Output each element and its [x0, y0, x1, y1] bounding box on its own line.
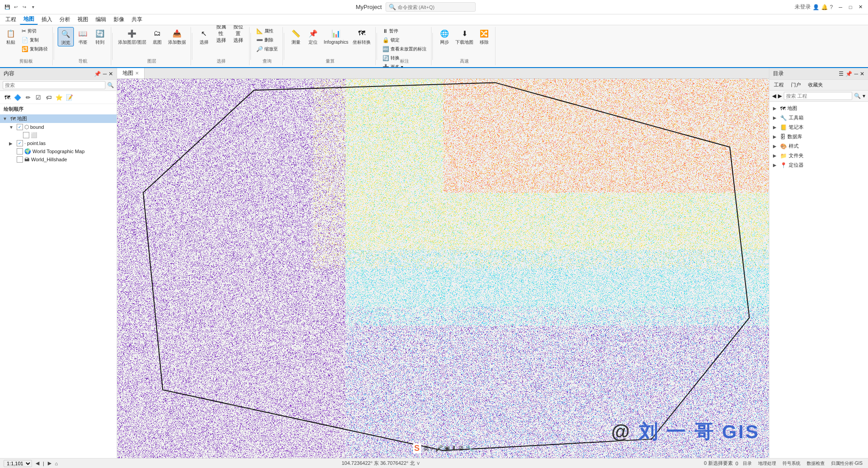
close-button[interactable]: ✕	[856, 3, 864, 11]
expand-cat-notebook[interactable]: ▶	[773, 125, 778, 130]
catalog-search-input[interactable]	[784, 92, 852, 100]
menu-item-analysis[interactable]: 分析	[56, 15, 74, 24]
layer-icon-2[interactable]: 🔷	[13, 93, 22, 102]
login-button[interactable]: 未登录 👤 🔔 ?	[795, 3, 833, 11]
expand-bound-icon[interactable]: ▼	[9, 125, 15, 130]
tool-icon-3[interactable]: 🎤	[435, 445, 443, 453]
menu-item-map[interactable]: 地图	[20, 14, 38, 25]
layer-item-map[interactable]: ▼ 🗺 地图	[0, 114, 117, 123]
layer-icon-3[interactable]: ✏	[23, 93, 32, 102]
layer-search-icon[interactable]: 🔍	[107, 82, 114, 88]
layer-icon-5[interactable]: 🏷	[44, 93, 53, 102]
expand-cat-folder[interactable]: ▶	[773, 153, 778, 158]
bound-symbol-checkbox[interactable]	[23, 132, 29, 138]
layer-icon-7[interactable]: 📝	[65, 93, 74, 102]
basemap-button[interactable]: 🗂 底图	[149, 27, 165, 45]
expand-cat-toolbox[interactable]: ▶	[773, 115, 778, 120]
coordinates-display[interactable]: 104.7236422° 东 36.7076422° 北 ∨	[341, 460, 420, 467]
catalog-item-toolbox[interactable]: ▶ 🔧 工具箱	[769, 113, 868, 123]
expand-cat-style[interactable]: ▶	[773, 144, 778, 149]
tool-icon-4[interactable]: ▣	[444, 445, 450, 453]
tool-icon-7[interactable]: 🔧	[466, 445, 473, 453]
contents-minimize-icon[interactable]: ─	[103, 71, 107, 77]
locate-button[interactable]: 📌 定位	[305, 27, 321, 45]
bookmark-button[interactable]: 📖 书签	[75, 27, 91, 45]
catalog-item-database[interactable]: ▶ 🗄 数据库	[769, 132, 868, 141]
nav-home-icon[interactable]: ⌂	[55, 461, 58, 466]
layer-item-pointlas[interactable]: ▶ ✓ · point.las	[0, 139, 117, 147]
layer-item-bound[interactable]: ▼ ✓ ⬡ bound	[0, 123, 117, 131]
select-button[interactable]: ↖ 选择	[196, 27, 212, 45]
minimize-button[interactable]: ─	[836, 3, 845, 11]
pin-icon[interactable]: 📌	[94, 71, 101, 77]
expand-cat-database[interactable]: ▶	[773, 134, 778, 139]
catalog-item-locator[interactable]: ▶ 📍 定位器	[769, 160, 868, 170]
browse-button[interactable]: 🔍 浏览	[58, 27, 74, 46]
cut-button[interactable]: ✂剪切	[20, 27, 50, 35]
menu-item-insert[interactable]: 插入	[38, 15, 56, 24]
catalog-tab-status[interactable]: 目录	[741, 460, 754, 467]
zoom-to-button[interactable]: 🔎缩放至	[254, 45, 280, 53]
bound-checkbox[interactable]: ✓	[17, 124, 23, 130]
layer-item-bound-symbol[interactable]: ⬜	[0, 131, 117, 139]
nav-forward-icon[interactable]: ▶	[48, 460, 51, 466]
redo-icon[interactable]: ↪	[21, 4, 28, 11]
copy-path-button[interactable]: 🔁复制路径	[20, 45, 50, 53]
layer-icon-4[interactable]: ☑	[34, 93, 43, 102]
pause-button[interactable]: ⏸暂停	[381, 27, 428, 35]
menu-item-edit[interactable]: 编辑	[92, 15, 110, 24]
select-by-loc-button[interactable]: 按位置选择	[230, 27, 246, 40]
select-by-attr-button[interactable]: 按属性选择	[213, 27, 229, 40]
menu-item-view[interactable]: 视图	[74, 15, 92, 24]
copy-button[interactable]: 📄复制	[20, 36, 50, 44]
catalog-item-folder[interactable]: ▶ 📁 文件夹	[769, 151, 868, 160]
layer-icon-1[interactable]: 🗺	[3, 93, 12, 102]
remove-button[interactable]: 🔀 移除	[476, 27, 492, 45]
infographics-button[interactable]: 📊 Infographics	[322, 27, 350, 45]
catalog-minimize-icon[interactable]: ─	[854, 71, 858, 77]
tool-icon-5[interactable]: ⬇	[451, 445, 457, 453]
menu-item-image[interactable]: 影像	[110, 15, 128, 24]
add-layer-button[interactable]: ➕ 添加图层/图层	[116, 27, 148, 45]
menu-item-project[interactable]: 工程	[2, 15, 20, 24]
tool-icon-2[interactable]: ♪	[431, 445, 434, 453]
symbology-tab-status[interactable]: 符号系统	[781, 460, 802, 467]
attribution-analysis-tab-status[interactable]: 归属性分析·GIS	[829, 460, 864, 467]
catalog-item-map[interactable]: ▶ 🗺 地图	[769, 104, 868, 113]
catalog-item-style[interactable]: ▶ 🎨 样式	[769, 141, 868, 151]
measure-button[interactable]: 📏 测量	[288, 27, 304, 45]
expand-cat-map[interactable]: ▶	[773, 106, 778, 111]
expand-cat-locator[interactable]: ▶	[773, 163, 778, 168]
lock-button[interactable]: 🔒锁定	[381, 36, 428, 44]
nav-back-icon[interactable]: ◀	[36, 460, 39, 466]
map-tab-item[interactable]: 地图 ✕	[117, 68, 145, 78]
catalog-search-icon[interactable]: 🔍	[854, 93, 861, 99]
expand-map-icon[interactable]: ▼	[3, 116, 9, 121]
goto-button[interactable]: 🔄 转到	[92, 27, 108, 45]
tool-icon-6[interactable]: 🖥	[458, 445, 464, 453]
paste-button[interactable]: 📋 粘贴	[3, 27, 19, 45]
maximize-button[interactable]: □	[846, 3, 854, 11]
layer-icon-6[interactable]: ⭐	[55, 93, 64, 102]
sync-button[interactable]: 🌐 网步	[436, 27, 453, 45]
world-topo-checkbox[interactable]	[17, 148, 23, 154]
data-check-tab-status[interactable]: 数据检查	[805, 460, 827, 467]
catalog-item-notebook[interactable]: ▶ 📒 笔记本	[769, 123, 868, 132]
undo-icon[interactable]: ↩	[12, 4, 19, 11]
scale-selector[interactable]: 1:1,101	[4, 460, 32, 467]
add-data-button[interactable]: 📥 添加数据	[166, 27, 188, 45]
expand-pointlas-icon[interactable]: ▶	[9, 141, 15, 146]
catalog-filter-icon[interactable]: ▾	[863, 93, 865, 99]
coord-convert-button[interactable]: 🗺 坐标转换	[351, 27, 373, 45]
tool-icon-1[interactable]: 英	[423, 445, 429, 453]
map-canvas[interactable]: @ 刘 一 哥 GIS S 英 ♪ 🎤 ▣ ⬇ 🖥 🔧	[117, 79, 769, 458]
attribute-button[interactable]: 📐属性	[254, 27, 280, 35]
catalog-pin-icon[interactable]: 📌	[845, 71, 852, 77]
map-tab-close[interactable]: ✕	[135, 71, 139, 76]
layer-search-input[interactable]	[3, 81, 105, 89]
catalog-close-icon[interactable]: ✕	[860, 71, 864, 77]
catalog-tab-portal[interactable]: 门户	[789, 81, 803, 89]
view-unplaced-button[interactable]: 🔤查看未放置的标注	[381, 45, 428, 53]
download-map-button[interactable]: ⬇ 下载地图	[454, 27, 475, 45]
catalog-tab-favorites[interactable]: 收藏夹	[806, 81, 825, 89]
